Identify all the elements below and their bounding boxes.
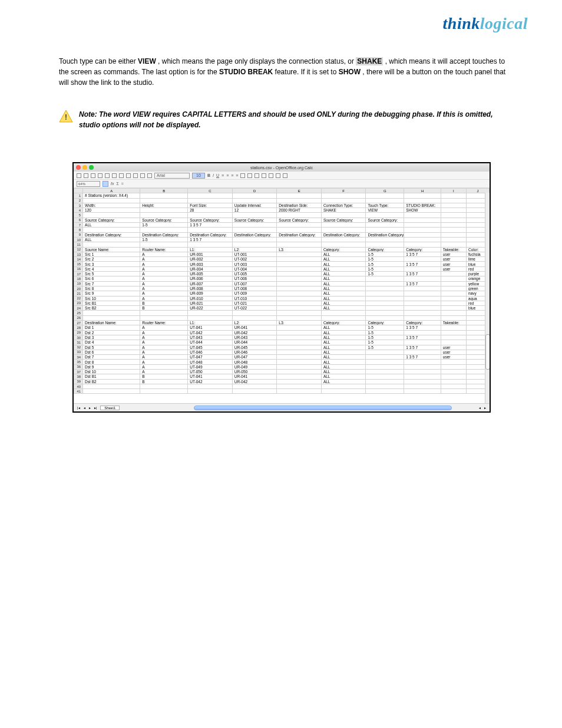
cell[interactable] [232, 193, 277, 198]
cell[interactable]: Category: [321, 247, 366, 252]
row-number[interactable]: 5 [74, 213, 83, 218]
cell[interactable] [404, 340, 441, 345]
cell[interactable]: ALL [321, 340, 366, 345]
cell[interactable]: Update Interval: [232, 203, 277, 207]
align-icon[interactable]: ≡ [231, 173, 233, 177]
cell[interactable]: Source Category: [83, 218, 140, 222]
toolbar-icon[interactable] [262, 173, 266, 178]
toolbar-icon[interactable] [269, 173, 273, 178]
cell[interactable]: ALL [321, 286, 366, 291]
cell[interactable] [188, 384, 233, 388]
cell[interactable] [140, 311, 188, 315]
cell[interactable]: A [140, 266, 188, 271]
cell[interactable] [366, 315, 404, 320]
cell[interactable] [366, 306, 404, 311]
cell[interactable] [277, 379, 322, 384]
sum-icon[interactable]: Σ [116, 182, 118, 186]
cell[interactable] [441, 203, 466, 207]
cell[interactable] [277, 213, 322, 218]
sheet-nav-first[interactable]: |◂ [77, 406, 80, 410]
scroll-right-icon[interactable]: ▸ [484, 406, 486, 410]
cell[interactable] [277, 228, 322, 232]
cell[interactable]: UR-047 [232, 355, 277, 360]
cell[interactable]: Src 1 [83, 252, 140, 256]
cell[interactable]: Source Category: [232, 218, 277, 222]
cell[interactable] [441, 384, 466, 388]
row-number[interactable]: 18 [74, 276, 83, 281]
font-size-select[interactable]: 10 [192, 173, 205, 179]
cell[interactable] [404, 364, 441, 369]
cell[interactable] [277, 272, 322, 276]
cell[interactable] [277, 281, 322, 286]
cell[interactable]: UT-007 [232, 281, 277, 286]
cell[interactable]: Dst 3 [83, 335, 140, 340]
cell[interactable]: ALL [321, 355, 366, 360]
cell[interactable]: Dst 8 [83, 360, 140, 364]
cell[interactable]: A [140, 325, 188, 330]
row-number[interactable]: 25 [74, 311, 83, 315]
cell[interactable]: UT-042 [188, 330, 233, 335]
cell[interactable] [140, 389, 188, 394]
cell[interactable]: UT-041 [188, 374, 233, 379]
cell[interactable]: Destination Category: [83, 232, 140, 237]
cell[interactable]: ALL [321, 252, 366, 256]
sheet-nav-prev[interactable]: ◂ [84, 406, 85, 410]
cell[interactable] [366, 301, 404, 305]
cell[interactable] [441, 193, 466, 198]
row-number[interactable]: 31 [74, 340, 83, 345]
cell[interactable]: UR-043 [232, 335, 277, 340]
cell[interactable] [441, 286, 466, 291]
cell[interactable]: ALL [321, 276, 366, 281]
cell[interactable]: B [140, 301, 188, 305]
cell[interactable]: 1-5 [366, 340, 404, 345]
row-number[interactable]: 19 [74, 281, 83, 286]
fx-icon[interactable]: fx [111, 182, 114, 186]
cell[interactable] [232, 228, 277, 232]
cell[interactable]: 1 3 5 7 [404, 355, 441, 360]
cell[interactable] [188, 198, 233, 203]
cell[interactable] [404, 374, 441, 379]
cell[interactable] [277, 266, 322, 271]
cell[interactable] [277, 252, 322, 256]
align-icon[interactable]: ≡ [226, 173, 229, 177]
cell[interactable]: UR-041 [232, 374, 277, 379]
cell[interactable] [83, 315, 140, 320]
cell[interactable]: Src 8 [83, 286, 140, 291]
cell[interactable] [277, 291, 322, 296]
row-number[interactable]: 9 [74, 232, 83, 237]
cell[interactable] [366, 213, 404, 218]
cell[interactable]: A [140, 330, 188, 335]
cell[interactable]: 1 3 5 7 [404, 252, 441, 256]
cell[interactable]: L2: [232, 321, 277, 325]
cell[interactable] [188, 315, 233, 320]
cell[interactable] [404, 242, 441, 247]
cell[interactable] [366, 389, 404, 394]
cell[interactable]: Takeable: [441, 247, 466, 252]
cell[interactable] [232, 198, 277, 203]
cell[interactable]: Src B1 [83, 301, 140, 305]
cell[interactable]: UR-003 [188, 262, 233, 266]
cell[interactable]: UT-049 [188, 364, 233, 369]
toolbar-icon[interactable] [119, 173, 124, 178]
cell[interactable]: Destination Category: [321, 232, 366, 237]
cell[interactable]: 28 [188, 208, 233, 213]
cell[interactable]: UT-046 [188, 350, 233, 354]
cell[interactable]: ALL [83, 237, 140, 242]
cell[interactable] [277, 345, 322, 350]
cell[interactable]: A [140, 350, 188, 354]
cell[interactable] [277, 369, 322, 374]
cell[interactable]: user [441, 355, 466, 360]
scrollbar-thumb[interactable] [485, 334, 490, 370]
cell[interactable] [366, 228, 404, 232]
cell[interactable]: Dst 10 [83, 369, 140, 374]
row-number[interactable]: 11 [74, 242, 83, 247]
column-header[interactable]: C [188, 189, 233, 193]
cell[interactable]: ALL [321, 345, 366, 350]
cell[interactable] [321, 389, 366, 394]
italic-icon[interactable]: I [213, 173, 214, 177]
cell[interactable]: Dst 6 [83, 350, 140, 354]
cell[interactable]: ALL [321, 360, 366, 364]
row-number[interactable]: 16 [74, 266, 83, 271]
cell[interactable]: UT-002 [232, 257, 277, 262]
cell[interactable] [366, 193, 404, 198]
